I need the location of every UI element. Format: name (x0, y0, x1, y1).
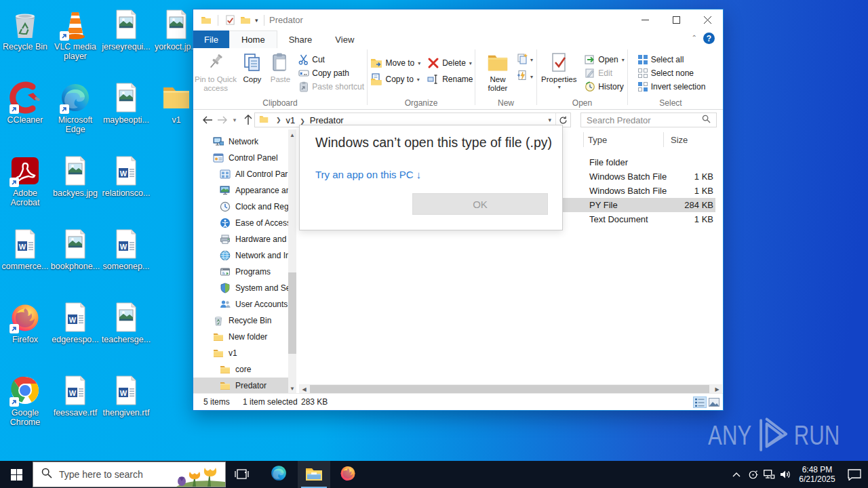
desktop-icon-someonep[interactable]: Wsomeonep... (100, 228, 152, 272)
rename-button[interactable]: Rename (427, 71, 473, 87)
paste-shortcut-button[interactable]: Paste shortcut (298, 80, 364, 94)
qat-customize-dropdown[interactable]: ▾ (255, 18, 258, 23)
desktop-icon-teachersge[interactable]: teachersge... (100, 301, 152, 345)
column-header-size[interactable]: Size (671, 131, 688, 148)
desktop-icon-adobe-acrobat[interactable]: Adobe Acrobat (0, 155, 51, 207)
taskbar-search[interactable]: Type here to search (33, 462, 226, 487)
try-app-link[interactable]: Try an app on this PC ↓ (315, 169, 421, 180)
tab-file[interactable]: File (193, 30, 229, 48)
desktop-icon-bookphone[interactable]: bookphone... (50, 228, 101, 272)
desktop-icon-maybeopti[interactable]: maybeopti... (100, 81, 152, 125)
tree-item-network-and-in[interactable]: Network and In (193, 247, 296, 264)
tray-network-icon[interactable] (761, 461, 777, 488)
desktop-icon-edgerespo[interactable]: Wedgerespo... (50, 301, 101, 345)
column-header-type[interactable]: Type (588, 131, 607, 148)
forward-button[interactable] (215, 110, 230, 129)
desktop-icon-microsoft-edge[interactable]: Microsoft Edge (50, 81, 101, 134)
scroll-up-icon[interactable]: ▲ (288, 129, 296, 141)
desktop-icon-backyes-jpg[interactable]: backyes.jpg (50, 155, 101, 199)
tree-item-user-accounts[interactable]: User Accounts (193, 296, 296, 312)
tab-share[interactable]: Share (277, 30, 324, 48)
breadcrumb-predator[interactable]: Predator (310, 115, 344, 125)
thumbnail-view-button[interactable] (707, 396, 721, 408)
tray-agent-icon[interactable] (745, 461, 761, 488)
search-box[interactable]: Search Predator (580, 113, 717, 127)
tree-item-network[interactable]: Network (193, 134, 296, 150)
cut-button[interactable]: Cut (298, 53, 364, 66)
maximize-button[interactable] (660, 9, 692, 30)
tree-item-system-and-sec[interactable]: System and Sec (193, 280, 296, 296)
qat-properties-button[interactable] (224, 14, 236, 26)
column-separator[interactable] (583, 132, 584, 147)
select-none-button[interactable]: Select none (637, 66, 706, 80)
breadcrumb-v1[interactable]: v1 (286, 115, 296, 125)
taskbar-explorer-icon[interactable] (298, 461, 330, 488)
tree-item-recycle-bin[interactable]: Recycle Bin (193, 312, 296, 329)
desktop-icon-thengiven-rtf[interactable]: Wthengiven.rtf (100, 374, 152, 418)
select-all-button[interactable]: Select all (637, 53, 706, 66)
ribbon-button-label: Copy (243, 75, 261, 84)
tree-item-all-control-par[interactable]: All Control Par (193, 166, 296, 182)
tree-item-predator[interactable]: Predator (193, 378, 296, 394)
desktop-icon-google-chrome[interactable]: Google Chrome (0, 374, 51, 427)
address-dropdown-icon[interactable]: ▾ (544, 117, 555, 123)
help-button[interactable]: ? (703, 33, 715, 44)
tray-chevron-icon[interactable] (728, 461, 745, 488)
desktop-icon-feessave-rtf[interactable]: Wfeessave.rtf (50, 374, 101, 418)
edge-icon (59, 81, 92, 114)
desktop-icon-recycle-bin[interactable]: Recycle Bin (0, 8, 51, 52)
desktop-icon-vlc-media-player[interactable]: VLC media player (50, 8, 101, 61)
tree-item-appearance-an[interactable]: Appearance an (193, 182, 296, 199)
tray-volume-icon[interactable] (777, 461, 793, 488)
desktop-icon-jerseyrequi[interactable]: jerseyrequi... (100, 8, 152, 52)
copy-path-button[interactable]: Copy path (298, 66, 364, 80)
column-separator[interactable] (663, 132, 664, 147)
tray-clock[interactable]: 6:48 PM 6/21/2025 (793, 465, 841, 484)
desktop-icon-relationsco[interactable]: Wrelationsco... (100, 155, 152, 199)
svg-text:W: W (120, 243, 127, 251)
action-center-icon[interactable] (841, 461, 868, 488)
tab-home[interactable]: Home (229, 30, 277, 48)
taskbar-edge-icon[interactable] (262, 461, 295, 488)
tree-item-programs[interactable]: Programs (193, 264, 296, 280)
tree-item-label: Appearance an (235, 186, 290, 195)
ok-button[interactable]: OK (412, 193, 548, 215)
tree-item-ease-of-access[interactable]: Ease of Access (193, 215, 296, 231)
recent-locations-dropdown[interactable]: ▾ (230, 110, 239, 129)
edit-button[interactable]: Edit (585, 66, 624, 80)
history-button[interactable]: History (585, 80, 624, 94)
new-item-button[interactable]: ▾ (517, 53, 533, 67)
desktop-icon-firefox[interactable]: Firefox (0, 301, 51, 345)
tree-item-control-panel[interactable]: Control Panel (193, 150, 296, 166)
tree-item-new-folder[interactable]: New folder (193, 329, 296, 345)
desktop-icon-commerce[interactable]: Wcommerce... (0, 228, 51, 272)
back-button[interactable] (200, 110, 215, 129)
tree-item-core[interactable]: core (193, 361, 296, 378)
task-view-button[interactable] (226, 461, 258, 488)
invert-selection-button[interactable]: Invert selection (637, 80, 706, 94)
tree-item-v1[interactable]: v1 (193, 345, 296, 361)
item-count: 5 items (203, 397, 230, 407)
easy-access-button[interactable]: ▾ (517, 70, 533, 84)
minimize-button[interactable] (629, 9, 660, 30)
tree-scrollbar-thumb[interactable] (288, 272, 296, 354)
collapse-ribbon-icon[interactable]: ⌃ (692, 34, 697, 41)
start-button[interactable] (0, 461, 33, 488)
delete-button[interactable]: Delete▾ (427, 55, 473, 71)
up-button[interactable] (241, 110, 256, 129)
desktop-icon-ccleaner[interactable]: CCleaner (0, 81, 51, 125)
taskbar-firefox-icon[interactable] (332, 461, 364, 488)
tree-item-clock-and-regi[interactable]: Clock and Regi (193, 199, 296, 215)
open-button[interactable]: Open▾ (585, 53, 624, 66)
move-to-button[interactable]: Move to▾ (370, 55, 420, 71)
tree-scrollbar[interactable]: ▲ ▼ (288, 129, 296, 394)
copy-to-button[interactable]: Copy to▾ (370, 71, 420, 87)
ribbon-group-label: Select (628, 98, 713, 108)
tab-view[interactable]: View (323, 30, 366, 48)
svg-text:W: W (120, 169, 127, 178)
tree-item-hardware-and-s[interactable]: Hardware and S (193, 231, 296, 247)
details-view-button[interactable] (693, 396, 707, 408)
desktop-icon-label: Firefox (0, 336, 51, 345)
close-button[interactable] (692, 9, 723, 30)
qat-newfolder-button[interactable] (239, 14, 252, 26)
